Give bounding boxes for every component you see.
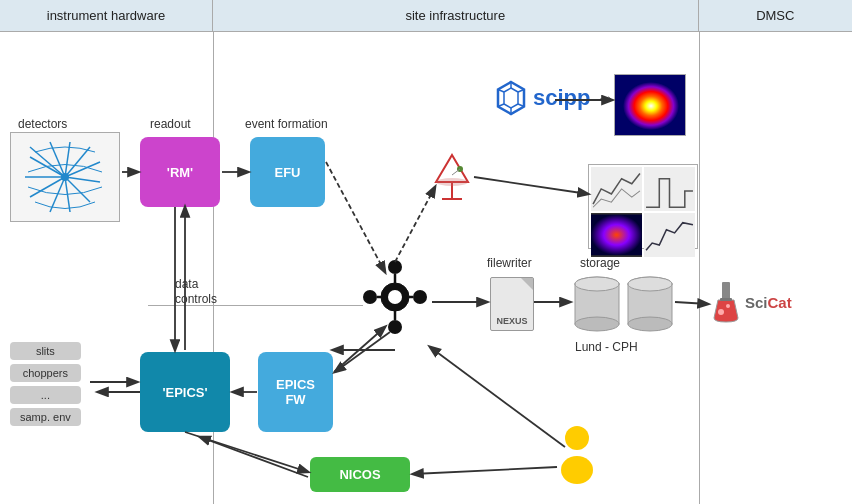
scicat-logo: SciCat — [710, 280, 792, 324]
svg-marker-42 — [504, 88, 518, 108]
nicos-box: NICOS — [310, 457, 410, 492]
epics-box: 'EPICS' — [140, 352, 230, 432]
plot-4 — [644, 213, 695, 257]
scipp-arrow: → — [596, 88, 614, 109]
cocktail-icon — [430, 147, 474, 207]
hw-samp-env: samp. env — [10, 408, 81, 426]
hw-choppers: choppers — [10, 364, 81, 382]
detectors-label: detectors — [18, 117, 67, 131]
detector-box — [10, 132, 120, 222]
svg-point-32 — [575, 277, 619, 291]
svg-point-12 — [61, 173, 69, 181]
controls-label: controls — [175, 292, 217, 306]
db-icon-2 — [625, 274, 675, 334]
hw-slits: slits — [10, 342, 81, 360]
scipp-area: scipp → — [495, 80, 614, 116]
hw-items-list: slits choppers ... samp. env — [10, 342, 81, 426]
svg-line-63 — [675, 302, 708, 304]
plots-area — [588, 164, 698, 249]
svg-point-35 — [628, 317, 672, 331]
svg-point-38 — [718, 309, 724, 315]
detector-icon — [20, 137, 110, 217]
heatmap-svg — [615, 75, 686, 136]
divider-left — [213, 32, 214, 504]
nexus-file-icon: NEXUS — [490, 277, 534, 331]
scipp-label: scipp — [533, 85, 590, 111]
svg-point-52 — [565, 426, 589, 450]
svg-line-73 — [413, 467, 557, 474]
header-site: site infrastructure — [213, 0, 699, 31]
kafka-hub-icon — [355, 247, 435, 347]
svg-point-14 — [388, 290, 402, 304]
svg-point-18 — [413, 290, 427, 304]
scicat-text: SciCat — [745, 294, 792, 311]
svg-marker-23 — [436, 155, 468, 182]
event-formation-label: event formation — [245, 117, 328, 131]
readout-label: readout — [150, 117, 191, 131]
svg-point-26 — [436, 178, 468, 186]
efu-box: EFU — [250, 137, 325, 207]
svg-line-71 — [185, 432, 308, 472]
plot-3 — [591, 213, 642, 257]
svg-point-36 — [628, 277, 672, 291]
svg-line-28 — [452, 169, 460, 175]
svg-line-58 — [474, 177, 588, 194]
svg-point-50 — [623, 82, 679, 130]
plot-2 — [644, 167, 695, 211]
header-instrument: instrument hardware — [0, 0, 213, 31]
file-shape: NEXUS — [490, 277, 534, 331]
data-label: data — [175, 277, 198, 291]
scicat-flask-icon — [710, 280, 742, 324]
rm-box: 'RM' — [140, 137, 220, 207]
user-icon — [555, 424, 599, 484]
page-header: instrument hardware site infrastructure … — [0, 0, 852, 32]
svg-point-53 — [561, 456, 593, 484]
svg-point-39 — [726, 304, 730, 308]
db-icon-1 — [572, 274, 622, 334]
svg-line-74 — [430, 347, 565, 447]
svg-point-16 — [388, 320, 402, 334]
svg-rect-40 — [720, 298, 732, 301]
svg-point-15 — [388, 260, 402, 274]
header-dmsc: DMSC — [699, 0, 852, 31]
hw-dots: ... — [10, 386, 81, 404]
svg-point-31 — [575, 317, 619, 331]
filewriter-label: filewriter — [487, 256, 532, 270]
divider-right — [699, 32, 700, 504]
svg-rect-51 — [591, 214, 642, 255]
epics-fw-box: EPICS FW — [258, 352, 333, 432]
heatmap-image — [614, 74, 686, 136]
data-controls-divider — [148, 305, 363, 306]
svg-line-11 — [30, 157, 65, 177]
svg-rect-37 — [722, 282, 730, 300]
storage-label: storage — [580, 256, 620, 270]
diagram-area: detectors — [0, 32, 852, 504]
plot-1 — [591, 167, 642, 211]
svg-line-72 — [200, 437, 308, 477]
lund-cph-label: Lund - CPH — [575, 340, 638, 354]
svg-point-17 — [363, 290, 377, 304]
scipp-icon — [495, 80, 527, 116]
